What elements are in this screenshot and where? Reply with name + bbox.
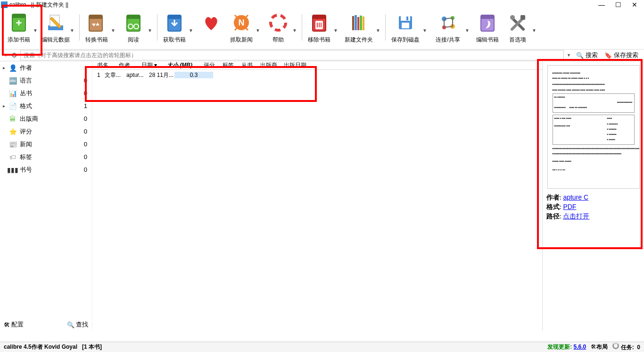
share-icon: [437, 11, 459, 34]
toolbar-separator: [302, 14, 302, 41]
svg-text:N: N: [239, 18, 245, 27]
author-key: 作者: [546, 193, 560, 201]
news-button[interactable]: N抓取新闻: [226, 11, 256, 44]
column-header[interactable]: 评分: [201, 61, 220, 69]
path-value[interactable]: 点击打开: [563, 212, 589, 220]
remove-icon: [308, 11, 330, 34]
meta-button[interactable]: 编辑元数据: [41, 11, 71, 44]
cell-size: 0.3: [174, 72, 213, 78]
toolbar-separator: [79, 14, 80, 41]
column-headers[interactable]: 书名作者日期 ▾大小 (MB)评分标签从书出版商出版日期: [92, 61, 542, 70]
news-dropdown[interactable]: ▼: [256, 28, 261, 33]
save-dropdown[interactable]: ▼: [422, 28, 428, 33]
sidebar-item-series[interactable]: 📊丛书0: [0, 87, 92, 100]
prefs-dropdown[interactable]: ▼: [532, 28, 537, 33]
remove-dropdown[interactable]: ▼: [333, 28, 339, 33]
sidebar-item-rating[interactable]: ⭐评分0: [0, 125, 92, 138]
meta-dropdown[interactable]: ▼: [70, 28, 75, 33]
chevron-icon: ▸: [3, 65, 8, 70]
jobs-count: 0: [637, 344, 640, 351]
sidebar-item-lang[interactable]: 🔤语言0: [0, 74, 92, 87]
fetch-button[interactable]: 获取书籍: [159, 11, 190, 44]
heart-button[interactable]: [196, 11, 226, 36]
column-header[interactable]: 作者: [116, 61, 139, 69]
update-notice[interactable]: 发现更新: 5.6.0: [547, 343, 586, 351]
fetch-dropdown[interactable]: ▼: [189, 28, 194, 33]
column-header[interactable]: 从书: [239, 61, 257, 69]
sidebar-label: 作者: [20, 64, 32, 72]
newfolder-button[interactable]: 新建文件夹: [341, 11, 377, 44]
column-header[interactable]: 出版商: [257, 61, 281, 69]
svg-rect-6: [89, 15, 102, 19]
find-button[interactable]: 🔍查找: [67, 320, 88, 329]
edit-button[interactable]: 编辑书籍: [472, 11, 503, 44]
gear-icon[interactable]: ⚙: [11, 51, 17, 59]
convert-dropdown[interactable]: ▼: [111, 28, 116, 33]
sidebar-item-publisher[interactable]: 🏛出版商0: [0, 112, 92, 125]
add-button[interactable]: +添加书籍: [4, 11, 34, 44]
read-icon: [122, 11, 145, 34]
format-key: 格式: [546, 203, 560, 210]
svg-rect-31: [402, 23, 409, 28]
help-button[interactable]: 帮助: [263, 11, 293, 44]
author-value[interactable]: apture C: [563, 193, 588, 201]
titlebar: calibre - || 新建文件夹 || — ☐ ✕: [0, 0, 644, 9]
row-number: 1: [94, 72, 102, 78]
newfolder-dropdown[interactable]: ▼: [376, 28, 381, 33]
edit-label: 编辑书籍: [476, 36, 499, 44]
column-header[interactable]: 出版日期: [281, 61, 309, 69]
virtual-library-drop-icon[interactable]: ▼: [4, 53, 8, 58]
jobs-button[interactable]: 任务: 0: [612, 343, 640, 352]
svg-point-16: [271, 15, 286, 30]
search-input[interactable]: [20, 50, 564, 60]
svg-rect-13: [168, 15, 181, 19]
sidebar-count: 0: [84, 141, 89, 148]
news-icon: N: [230, 11, 253, 34]
remove-button[interactable]: 移除书籍: [304, 11, 334, 44]
sidebar-item-author[interactable]: ▸👤作者: [0, 61, 92, 74]
book-row[interactable]: 1文章...aptur...28 11月...0.3: [92, 70, 542, 80]
sidebar-item-tags[interactable]: 🏷标签0: [0, 151, 92, 163]
help-dropdown[interactable]: ▼: [292, 28, 298, 33]
prefs-button[interactable]: 首选项: [503, 11, 533, 44]
read-dropdown[interactable]: ▼: [148, 28, 153, 33]
column-header[interactable]: 日期 ▾: [139, 61, 164, 69]
column-header[interactable]: 书名: [94, 61, 116, 69]
minimize-button[interactable]: —: [598, 1, 605, 8]
publisher-icon: 🏛: [8, 115, 17, 123]
sidebar-item-newscat[interactable]: 📰新闻0: [0, 138, 92, 151]
column-header[interactable]: 标签: [220, 61, 239, 69]
share-button[interactable]: 连接/共享: [430, 11, 466, 44]
convert-button[interactable]: 转换书籍: [82, 11, 112, 44]
read-button[interactable]: 阅读: [118, 11, 149, 44]
sidebar-count: 0: [84, 115, 89, 122]
lang-icon: 🔤: [8, 76, 17, 85]
save-button[interactable]: 保存到磁盘: [388, 11, 423, 44]
share-dropdown[interactable]: ▼: [465, 28, 471, 33]
chevron-icon: ▸: [3, 103, 8, 109]
sidebar-item-id[interactable]: ▮▮▮书号0: [0, 163, 92, 176]
column-header[interactable]: 大小 (MB): [164, 61, 201, 69]
path-key: 路径: [546, 212, 560, 220]
cover-preview[interactable]: ■■■■■■■■ ■■■■■ ■■■■■■■■ ■■■■ ■■ ■■■■■ ■■…: [547, 65, 640, 189]
newscat-icon: 📰: [8, 140, 17, 149]
sidebar-label: 格式: [20, 102, 32, 110]
format-value[interactable]: PDF: [563, 203, 576, 210]
close-button[interactable]: ✕: [632, 1, 637, 8]
search-go-button[interactable]: 🔍搜索: [574, 51, 600, 59]
detail-format: 格式: PDF: [546, 203, 640, 211]
add-dropdown[interactable]: ▼: [33, 28, 39, 33]
update-version-link[interactable]: 5.6.0: [574, 344, 586, 350]
save-search-button[interactable]: 🔖保存搜索: [603, 51, 640, 59]
layout-button[interactable]: 🛠布局: [591, 343, 608, 351]
config-button[interactable]: 🛠配置: [4, 320, 24, 329]
maximize-button[interactable]: ☐: [615, 1, 621, 8]
cell-author: aptur...: [124, 72, 146, 78]
help-label: 帮助: [272, 36, 284, 44]
search-history-drop[interactable]: ▼: [567, 53, 571, 58]
sidebar-label: 标签: [20, 153, 32, 161]
detail-author: 作者: apture C: [546, 193, 640, 202]
prefs-label: 首选项: [509, 36, 526, 44]
sidebar-item-format[interactable]: ▸📄格式1: [0, 100, 92, 112]
help-icon: [267, 11, 289, 34]
